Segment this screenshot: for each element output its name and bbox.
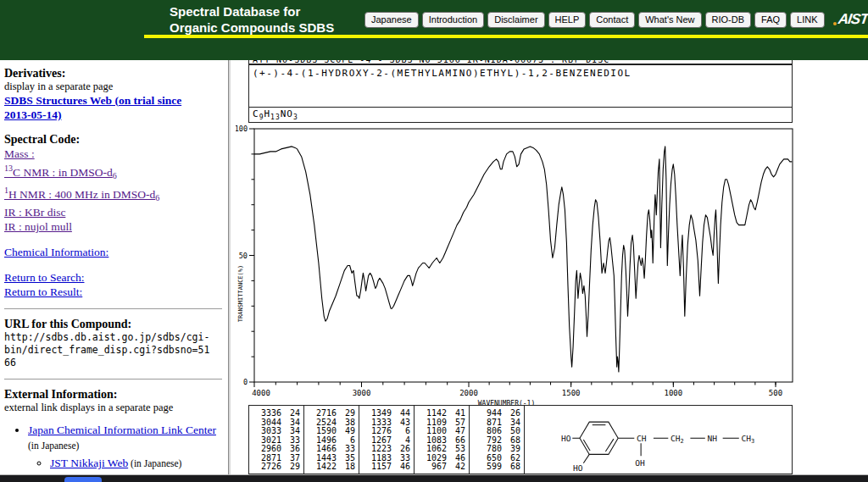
- ir-spectrum-svg: 05010040003000200015001000500WAVENUMBER(…: [236, 122, 812, 408]
- site-header: Spectral Database for Organic Compounds …: [0, 0, 868, 60]
- url-heading: URL for this Compound:: [4, 318, 224, 331]
- bottom-bar: [0, 474, 868, 482]
- c13-sub: 6: [113, 171, 117, 180]
- dock-item[interactable]: [64, 477, 102, 482]
- peak-entry: 96742: [415, 463, 469, 472]
- c13-text: C NMR : in DMSO-d: [13, 166, 113, 179]
- peak-entry: 122326: [359, 445, 414, 454]
- peak-entry: 59968: [470, 463, 524, 472]
- ho-bottom-label: HO: [572, 463, 582, 473]
- peak-table-column: 1142411109571100471083661062531029469674…: [415, 406, 470, 474]
- peak-entry: 106253: [415, 445, 469, 454]
- ch-label: CH: [636, 434, 646, 443]
- ir-nujol-link[interactable]: IR : nujol mull: [4, 219, 224, 234]
- derivatives-heading: Derivatives:: [4, 67, 224, 80]
- header-nav: JapaneseIntroductionDisclaimerHELPContac…: [364, 11, 867, 28]
- mass-link[interactable]: Mass :: [4, 147, 224, 161]
- y-axis-label: TRANSMITTANCE(%): [237, 265, 244, 322]
- nav-button-link[interactable]: LINK: [790, 12, 824, 28]
- nav-button-faq[interactable]: FAQ: [754, 12, 787, 28]
- peak-entry: 272629: [249, 463, 303, 472]
- peak-table-column: 3336243044343033343021332960362871372726…: [249, 406, 304, 474]
- peak-table-column: 2716292524381590491496614663314433514221…: [304, 406, 359, 474]
- return-to-search-link[interactable]: Return to Search:: [4, 270, 224, 285]
- formula-part: C: [253, 108, 259, 119]
- ho-left-label: HO: [561, 434, 571, 443]
- peak-entry: 333624: [249, 409, 303, 418]
- return-to-result-link[interactable]: Return to Result:: [4, 285, 224, 299]
- h1-nmr-link[interactable]: 1H NMR : 400 MHz in DMSO-d6: [4, 183, 224, 205]
- nav-button-what-s-new[interactable]: What's New: [638, 12, 701, 28]
- peak-entry: 110047: [415, 427, 469, 436]
- frame-divider[interactable]: [228, 60, 231, 474]
- ch3-label: CH3: [741, 434, 754, 446]
- nav-button-japanese[interactable]: Japanese: [364, 12, 419, 28]
- peak-table-box: 3336243044343033343021332960362871372726…: [248, 405, 793, 474]
- external-note: external link displays in a separate pag…: [4, 402, 224, 414]
- ir-spectrum-chart: 05010040003000200015001000500WAVENUMBER(…: [236, 122, 812, 408]
- molecular-formula: C9H13NO3: [249, 108, 792, 122]
- peak-entry: 303334: [249, 427, 303, 436]
- site-title: Spectral Database for Organic Compounds …: [170, 3, 334, 36]
- compound-name: (+-)-4-(1-HYDROXY-2-(METHYLAMINO)ETHYL)-…: [249, 65, 792, 108]
- external-heading: External Information:: [4, 388, 224, 402]
- peak-entry: 296036: [249, 445, 303, 454]
- y-tick-label: 0: [243, 378, 248, 386]
- c13-nmr-link[interactable]: 13C NMR : in DMSO-d6: [4, 161, 224, 183]
- chemical-information-link[interactable]: Chemical Information:: [4, 245, 224, 259]
- peak-entry: 271629: [304, 409, 359, 418]
- nav-button-help[interactable]: HELP: [548, 12, 587, 28]
- peak-entry: 80650: [470, 427, 524, 436]
- spectral-code-heading: Spectral Code:: [4, 133, 224, 147]
- h1-sub: 6: [155, 193, 159, 202]
- x-tick-label: 500: [769, 389, 782, 397]
- formula-part: 3: [293, 114, 298, 121]
- chart-frame: [254, 129, 793, 382]
- x-tick-label: 4000: [252, 389, 270, 397]
- peak-entry: 12766: [359, 427, 414, 436]
- derivatives-note: display in a separate page: [4, 80, 224, 93]
- nav-button-contact[interactable]: Contact: [589, 12, 635, 28]
- h1-text: H NMR : 400 MHz in DMSO-d: [8, 188, 155, 201]
- ir-kbr-link[interactable]: IR : KBr disc: [4, 205, 224, 219]
- site-title-line2: Organic Compounds SDBS: [170, 19, 334, 36]
- formula-part: NO: [281, 108, 293, 119]
- aist-logo-text: AIST: [837, 11, 868, 28]
- x-tick-label: 1000: [664, 389, 682, 397]
- formula-part: 13: [270, 114, 281, 121]
- peak-entry: 134944: [359, 409, 414, 418]
- spectrum-curve: [254, 147, 792, 372]
- compound-info-table: ATT NO-SDBS SCOPE -4 - SDBS NO 5166 IR-N…: [248, 54, 793, 123]
- peak-entry: 146633: [304, 445, 359, 454]
- nh-label: NH: [707, 434, 717, 443]
- jst-nikkaji-link[interactable]: JST Nikkaji Web: [50, 457, 128, 469]
- x-tick-label: 1500: [562, 389, 581, 397]
- external-links-sublist: JST Nikkaji Web (in Japanese): [50, 456, 224, 471]
- peak-table-column: 1349441333431276612674122326118333115746: [359, 406, 415, 474]
- nav-button-introduction[interactable]: Introduction: [422, 12, 484, 28]
- c13-sup: 13: [4, 163, 13, 173]
- aist-logo[interactable]: AIST: [833, 11, 868, 28]
- y-tick-label: 100: [236, 125, 248, 133]
- external-links-list: Japan Chemical Information Link Center (…: [28, 423, 224, 471]
- sidebar-divider-2: [4, 379, 222, 380]
- sidebar-divider-1: [4, 308, 222, 309]
- nav-button-rio-db[interactable]: RIO-DB: [705, 12, 752, 28]
- japan-chemical-suffix: (in Japanese): [28, 440, 79, 451]
- oh-label: OH: [635, 458, 645, 468]
- nav-button-disclaimer[interactable]: Disclaimer: [487, 12, 544, 28]
- x-tick-label: 2000: [459, 389, 478, 397]
- molecular-structure-drawing: HO HO CH OH CH2 NH CH3: [526, 406, 791, 474]
- peak-table-column: 94426871348065079268780396506259968: [470, 406, 525, 474]
- sdbs-structures-link[interactable]: SDBS Structures Web (on trial since 2013…: [4, 93, 208, 122]
- list-item: JST Nikkaji Web (in Japanese): [50, 456, 224, 471]
- peak-entry: 78039: [470, 445, 524, 454]
- peak-entry: 114241: [415, 409, 469, 418]
- japan-chemical-link[interactable]: Japan Chemical Information Link Center: [28, 424, 216, 436]
- peak-entry: 159049: [304, 427, 359, 436]
- peak-entry: 115746: [359, 463, 414, 472]
- compound-url: http://sdbs.db.aist.go.jp/sdbs/cgi-bin/d…: [4, 331, 212, 369]
- y-tick-label: 50: [239, 252, 248, 260]
- peak-entry: 94426: [470, 409, 524, 418]
- jst-nikkaji-suffix: (in Japanese): [128, 458, 181, 468]
